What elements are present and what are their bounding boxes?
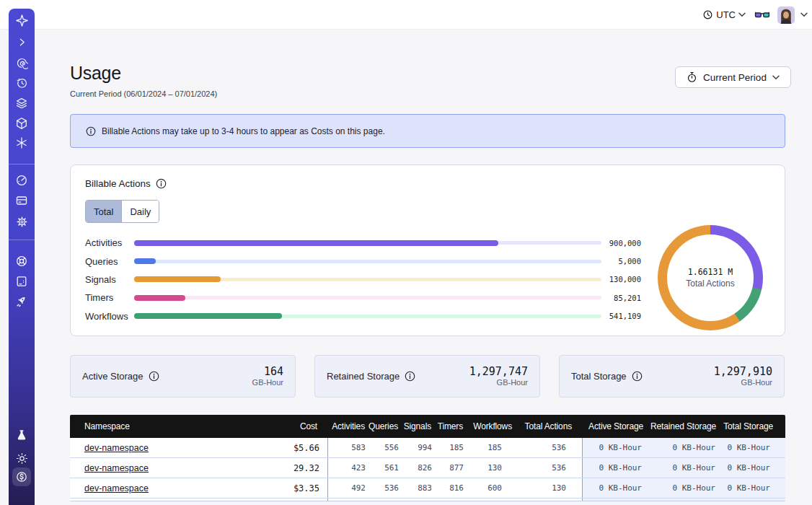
tab-total[interactable]: Total: [86, 201, 121, 222]
pricing-dollar-icon[interactable]: [9, 470, 35, 483]
bar-row-workflows: Workflows 541,109: [85, 307, 641, 325]
info-icon[interactable]: [405, 371, 415, 382]
active-storage-value: 164: [252, 366, 283, 378]
col-queries: Queries: [369, 415, 402, 438]
timezone-selector[interactable]: UTC: [702, 9, 746, 20]
bar-fill: [134, 313, 282, 319]
glasses-icon[interactable]: [754, 10, 770, 20]
bar-value: 85,201: [601, 294, 641, 302]
retained-storage-unit: GB-Hour: [469, 378, 528, 387]
billable-actions-title: Billable Actions: [85, 178, 167, 189]
col-namespace: Namespace: [70, 415, 238, 438]
temporal-logo-icon[interactable]: [9, 14, 35, 27]
table-row: dev-namespace $5.66 583 556 994 185 185 …: [70, 438, 785, 458]
bar-label: Signals: [85, 274, 134, 285]
table-row: dev-namespace 29.32 423 561 826 877 130 …: [70, 458, 785, 478]
bar-track: [134, 260, 601, 263]
info-banner-text: Billable Actions may take up to 3-4 hour…: [102, 126, 385, 136]
topbar-controls: UTC: [702, 0, 808, 30]
bar-row-activities: Activities 900,000: [85, 234, 641, 252]
avatar[interactable]: [777, 6, 795, 24]
topbar: UTC: [0, 0, 812, 30]
total-actions-label: Total Actions: [686, 278, 734, 289]
bar-fill: [134, 240, 498, 246]
namespace-link[interactable]: dev-namespace: [84, 443, 149, 453]
col-signals: Signals: [402, 415, 436, 438]
active-storage-unit: GB-Hour: [252, 378, 283, 387]
tab-daily[interactable]: Daily: [121, 201, 159, 222]
labs-flask-icon[interactable]: [9, 429, 35, 442]
donut-chart: 1.66131 M Total Actions: [658, 225, 763, 330]
total-storage-label: Total Storage: [571, 371, 643, 382]
namespace-link[interactable]: dev-namespace: [84, 463, 149, 473]
bar-row-signals: Signals 130,000: [85, 271, 641, 289]
bar-track: [134, 278, 601, 281]
namespace-table: Namespace Cost Activities Queries Signal…: [70, 415, 785, 501]
bar-track: [134, 241, 601, 245]
bar-track: [134, 315, 601, 318]
collapse-chevron-icon[interactable]: [9, 35, 35, 48]
col-retained-storage: Retained Storage: [650, 415, 723, 438]
bar-label: Queries: [85, 256, 134, 267]
layers-icon[interactable]: [9, 97, 35, 110]
active-storage-card: Active Storage 164 GB-Hour: [70, 355, 296, 398]
info-banner: Billable Actions may take up to 3-4 hour…: [70, 114, 785, 148]
period-selector-label: Current Period: [703, 72, 767, 83]
col-total-storage: Total Storage: [723, 415, 785, 438]
clock-icon: [702, 9, 713, 20]
period-selector-button[interactable]: Current Period: [675, 66, 791, 88]
table-header-row: Namespace Cost Activities Queries Signal…: [70, 415, 785, 438]
bar-label: Activities: [85, 237, 134, 248]
stopwatch-icon: [687, 71, 697, 83]
namespaces-icon[interactable]: [9, 56, 35, 69]
col-total-actions: Total Actions: [515, 415, 582, 438]
billable-actions-card: Billable Actions Total Daily Activities …: [70, 164, 785, 336]
bar-row-queries: Queries 5,000: [85, 252, 641, 270]
nexus-asterisk-icon[interactable]: [9, 136, 35, 149]
schedules-icon[interactable]: [9, 76, 35, 89]
info-icon[interactable]: [149, 371, 159, 382]
bar-row-timers: Timers 85,201: [85, 289, 641, 307]
release-notes-icon[interactable]: [9, 275, 35, 288]
active-storage-label: Active Storage: [82, 371, 159, 382]
col-workflows: Workflows: [467, 415, 515, 438]
retained-storage-label: Retained Storage: [327, 371, 415, 382]
info-icon[interactable]: [156, 178, 167, 189]
billable-bar-chart: Activities 900,000 Queries 5,000 Signals…: [85, 234, 641, 325]
bar-value: 5,000: [601, 257, 641, 265]
bar-fill: [134, 295, 185, 301]
theme-sun-icon[interactable]: [9, 452, 35, 465]
timezone-label: UTC: [716, 9, 736, 20]
col-activities: Activities: [327, 415, 369, 438]
cost-value: $5.66: [238, 438, 327, 457]
col-timers: Timers: [436, 415, 467, 438]
donut-center: 1.66131 M Total Actions: [667, 234, 754, 321]
cube-icon[interactable]: [9, 117, 35, 130]
bar-fill: [134, 276, 221, 282]
bar-value: 130,000: [601, 275, 641, 284]
support-lifebuoy-icon[interactable]: [9, 255, 35, 268]
usage-gauge-icon[interactable]: [9, 174, 35, 187]
bar-fill: [134, 258, 156, 264]
info-icon[interactable]: [632, 371, 643, 382]
table-row: dev-namespace $3.35 492 536 883 816 600 …: [70, 478, 785, 499]
total-storage-unit: GB-Hour: [714, 378, 772, 387]
settings-gear-icon[interactable]: [9, 215, 35, 228]
bar-label: Timers: [85, 292, 134, 303]
namespace-link[interactable]: dev-namespace: [84, 483, 149, 493]
bar-track: [134, 296, 601, 299]
chevron-down-icon: [738, 12, 746, 17]
bar-value: 541,109: [601, 312, 641, 320]
total-storage-card: Total Storage 1,297,910 GB-Hour: [559, 355, 785, 398]
chevron-down-icon[interactable]: [800, 12, 808, 17]
retained-storage-value: 1,297,747: [469, 366, 528, 378]
info-icon: [86, 126, 96, 136]
rocket-icon[interactable]: [9, 295, 35, 308]
sidebar: [9, 9, 35, 505]
billing-card-icon[interactable]: [9, 194, 35, 207]
retained-storage-card: Retained Storage 1,297,747 GB-Hour: [314, 355, 540, 398]
page-subtitle: Current Period (06/01/2024 – 07/01/2024): [70, 89, 217, 98]
bar-label: Workflows: [85, 311, 134, 322]
total-actions-value: 1.66131 M: [688, 267, 733, 277]
sidebar-divider: [9, 240, 35, 240]
